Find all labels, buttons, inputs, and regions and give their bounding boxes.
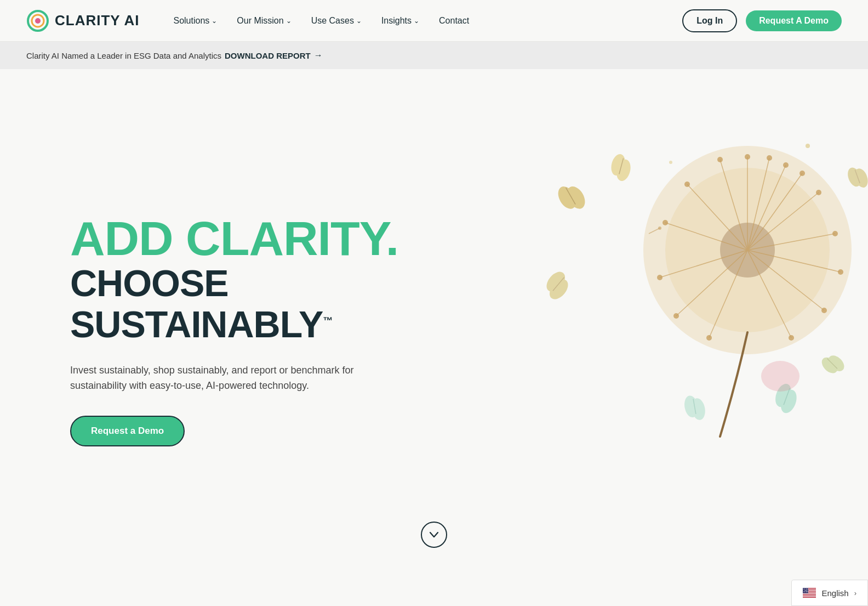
svg-point-55 — [690, 397, 707, 421]
announcement-bar: Clarity AI Named a Leader in ESG Data an… — [0, 42, 868, 69]
nav-item-our-mission[interactable]: Our Mission ⌄ — [229, 12, 299, 30]
svg-rect-67 — [803, 593, 816, 594]
arrow-icon: → — [314, 50, 323, 60]
hero-content: ADD CLARITY. CHOOSE SUSTAINABLY™ Invest … — [70, 192, 443, 446]
request-demo-nav-button[interactable]: Request A Demo — [746, 10, 842, 31]
svg-point-32 — [684, 182, 690, 187]
svg-point-45 — [543, 268, 569, 295]
svg-point-40 — [614, 158, 633, 183]
chevron-down-icon — [428, 529, 440, 541]
svg-line-47 — [553, 277, 564, 291]
svg-line-19 — [747, 158, 769, 250]
login-button[interactable]: Log In — [682, 9, 737, 32]
svg-line-16 — [665, 223, 747, 250]
scroll-down-button[interactable] — [421, 522, 447, 548]
svg-point-39 — [609, 152, 627, 177]
svg-line-10 — [747, 250, 841, 272]
svg-line-14 — [676, 250, 747, 316]
svg-line-12 — [747, 250, 791, 338]
svg-point-4 — [665, 168, 830, 332]
hero-illustration — [462, 97, 868, 469]
svg-point-51 — [773, 382, 794, 409]
svg-point-33 — [717, 157, 723, 162]
svg-point-22 — [783, 162, 789, 168]
svg-point-26 — [821, 308, 827, 313]
svg-point-21 — [745, 154, 750, 160]
flag-icon: ★ ★ ★ ★ ★ ★ ★ ★ — [803, 588, 816, 598]
language-selector[interactable]: ★ ★ ★ ★ ★ ★ ★ ★ English › — [791, 580, 868, 606]
svg-line-18 — [720, 160, 747, 250]
svg-line-17 — [687, 184, 747, 250]
logo-link[interactable]: CLARITY AI — [26, 9, 139, 32]
svg-point-62 — [761, 361, 800, 392]
hero-section: ADD CLARITY. CHOOSE SUSTAINABLY™ Invest … — [0, 69, 868, 570]
chevron-down-icon: ⌄ — [356, 17, 362, 25]
svg-point-36 — [555, 183, 580, 212]
nav-item-solutions[interactable]: Solutions ⌄ — [165, 12, 225, 30]
svg-rect-69 — [803, 596, 816, 597]
svg-point-24 — [832, 231, 838, 236]
chevron-down-icon: ⌄ — [414, 17, 419, 25]
svg-line-15 — [660, 250, 747, 277]
language-label: English — [821, 588, 848, 598]
nav-links: Solutions ⌄ Our Mission ⌄ Use Cases ⌄ In… — [165, 12, 682, 30]
nav-item-insights[interactable]: Insights ⌄ — [374, 12, 427, 30]
svg-text:★ ★ ★: ★ ★ ★ — [803, 591, 809, 593]
svg-point-58 — [669, 161, 672, 164]
nav-item-use-cases[interactable]: Use Cases ⌄ — [304, 12, 369, 30]
svg-point-35 — [800, 171, 805, 176]
hero-description: Invest sustainably, shop sustainably, an… — [70, 363, 355, 394]
svg-line-13 — [709, 250, 747, 338]
svg-point-23 — [816, 190, 821, 195]
nav-item-contact[interactable]: Contact — [431, 12, 477, 30]
svg-point-5 — [720, 223, 775, 277]
svg-line-50 — [827, 359, 837, 369]
svg-point-29 — [673, 313, 679, 319]
svg-rect-68 — [803, 594, 816, 595]
svg-line-11 — [747, 250, 824, 310]
announcement-text: Clarity AI Named a Leader in ESG Data an… — [26, 51, 221, 60]
logo-text: CLARITY AI — [55, 12, 139, 29]
hero-title-line1: ADD CLARITY. — [70, 214, 443, 263]
chevron-right-icon: › — [854, 589, 856, 597]
svg-point-49 — [825, 353, 847, 375]
navbar: CLARITY AI Solutions ⌄ Our Mission ⌄ Use… — [0, 0, 868, 42]
svg-line-53 — [784, 388, 790, 405]
svg-line-60 — [649, 228, 660, 234]
svg-point-25 — [838, 269, 843, 275]
chevron-down-icon: ⌄ — [212, 17, 217, 25]
svg-point-61 — [658, 226, 661, 230]
svg-point-48 — [819, 354, 841, 376]
request-demo-hero-button[interactable]: Request a Demo — [70, 416, 185, 446]
svg-point-42 — [846, 166, 864, 188]
download-report-link[interactable]: DOWNLOAD REPORT → — [225, 50, 323, 60]
svg-line-41 — [619, 158, 624, 174]
nav-actions: Log In Request A Demo — [682, 9, 842, 32]
svg-line-44 — [855, 170, 860, 183]
chevron-down-icon: ⌄ — [286, 17, 292, 25]
svg-point-34 — [767, 155, 772, 161]
svg-point-57 — [806, 144, 810, 148]
svg-point-28 — [706, 335, 712, 341]
svg-point-37 — [563, 183, 589, 212]
svg-point-54 — [683, 394, 700, 418]
svg-point-3 — [643, 146, 852, 354]
svg-line-20 — [747, 173, 802, 250]
svg-point-30 — [657, 275, 663, 280]
svg-point-2 — [35, 18, 41, 24]
svg-line-38 — [566, 188, 576, 204]
hero-title-line2: CHOOSE SUSTAINABLY™ — [70, 263, 443, 345]
svg-line-56 — [693, 399, 696, 414]
svg-point-31 — [663, 220, 668, 225]
svg-point-52 — [778, 388, 800, 415]
svg-line-9 — [747, 234, 835, 250]
svg-point-46 — [546, 276, 572, 303]
svg-line-8 — [747, 192, 819, 250]
svg-line-7 — [747, 165, 786, 250]
logo-icon — [26, 9, 49, 32]
svg-point-27 — [789, 335, 794, 341]
svg-point-43 — [852, 167, 868, 189]
